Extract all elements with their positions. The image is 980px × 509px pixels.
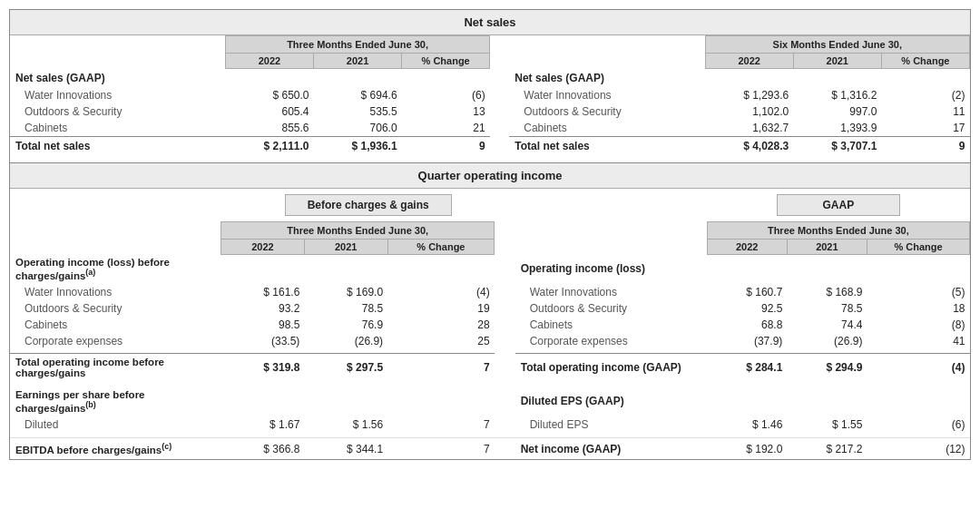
qi-eps-label-row: Earnings per share before charges/gains(… xyxy=(10,387,970,416)
gaap-box: GAAP xyxy=(777,194,901,216)
qi-ebitda-row: EBITDA before charges/gains(c) $ 366.8 $… xyxy=(10,438,970,459)
ns-total-row: Total net sales $ 2,111.0 $ 1,936.1 9 To… xyxy=(10,136,970,155)
ns-left-col-2022: 2022 xyxy=(259,55,280,66)
ns-right-gaap-label: Net sales (GAAP) xyxy=(514,72,604,84)
qi-cabinets-row: Cabinets 98.5 76.9 28 Cabinets xyxy=(10,317,970,333)
ns-outdoors-row: Outdoors & Security 605.4 535.5 13 Outdo… xyxy=(10,103,970,120)
qi-right-header: Three Months Ended June 30, xyxy=(768,225,909,236)
qi-op-inc-label-row: Operating income (loss) before charges/g… xyxy=(10,254,970,284)
qi-outdoors-row: Outdoors & Security 93.2 78.5 19 Outdoor… xyxy=(10,300,970,317)
ebitda-sup: (c) xyxy=(162,442,172,451)
right-six-months-header: Six Months Ended June 30, xyxy=(773,39,902,50)
eps-sup: (b) xyxy=(85,400,96,409)
ns-cabinets-row: Cabinets 855.6 706.0 21 Cabinets xyxy=(10,120,970,137)
op-inc-sup: (a) xyxy=(85,268,95,277)
left-three-months-header: Three Months Ended June 30, xyxy=(287,39,428,50)
qi-total-row: Total operating income before charges/ga… xyxy=(10,353,970,381)
ns-right-col-chg: % Change xyxy=(901,55,949,66)
qi-diluted-row: Diluted $ 1.67 $ 1.56 7 Diluted EPS xyxy=(10,416,970,433)
ns-right-col-2022: 2022 xyxy=(738,55,760,66)
qi-left-header: Three Months Ended June 30, xyxy=(287,225,428,236)
qi-corp-row: Corporate expenses (33.5) (26.9) 25 Corp… xyxy=(10,333,970,349)
quarter-op-income-section: Quarter operating income Before charges … xyxy=(10,162,970,459)
ns-left-col-2021: 2021 xyxy=(347,55,368,66)
qi-water-row: Water Innovations $ 161.6 $ 169.0 (4) Wa… xyxy=(10,284,970,300)
before-gains-box: Before charges & gains xyxy=(285,194,452,216)
net-sales-section: Net sales Three Months Ended June 30, Si… xyxy=(10,10,970,155)
quarter-op-income-title: Quarter operating income xyxy=(10,163,970,189)
ns-right-col-2021: 2021 xyxy=(827,55,848,66)
net-sales-title: Net sales xyxy=(10,10,970,35)
ns-water-row: Water Innovations $ 650.0 $ 694.6 (6) Wa… xyxy=(10,87,970,103)
ns-left-col-chg: % Change xyxy=(422,55,470,66)
ns-left-gaap-label: Net sales (GAAP) xyxy=(15,72,105,84)
